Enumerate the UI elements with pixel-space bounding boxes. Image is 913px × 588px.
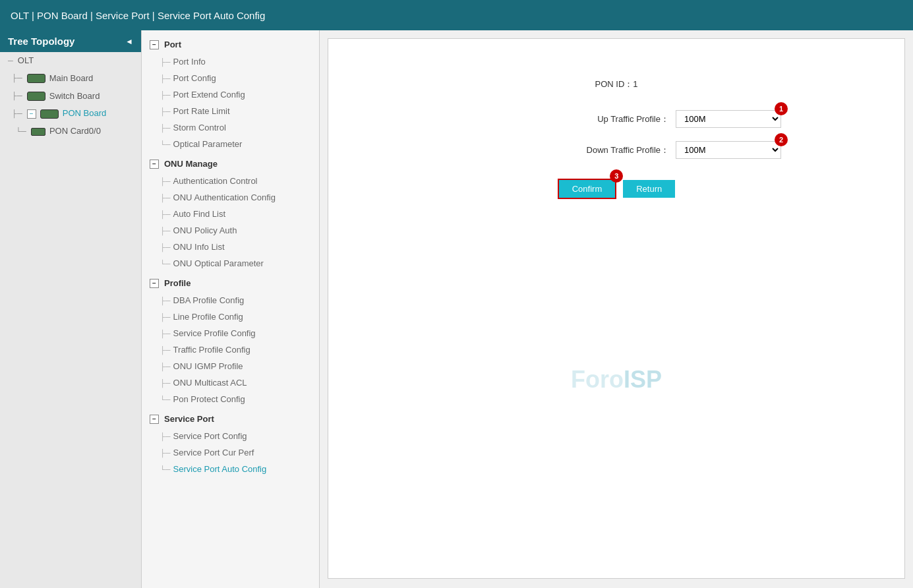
- confirm-button[interactable]: Confirm: [558, 179, 617, 199]
- pon-board-icon: [40, 109, 59, 119]
- content-panel: ForoISP PON ID：1 Up Traffic Profile： 100…: [328, 38, 905, 579]
- pon-id-row: PON ID：1: [452, 78, 781, 90]
- sidebar-title: Tree Topology ◄: [0, 30, 141, 52]
- menu-item-onu-policy-auth[interactable]: ├─ ONU Policy Auth: [142, 222, 319, 239]
- tree-label-pon-board: PON Board: [63, 107, 106, 121]
- service-port-expand-icon[interactable]: −: [150, 415, 159, 424]
- up-traffic-label: Up Traffic Profile：: [597, 113, 669, 125]
- form-section: PON ID：1 Up Traffic Profile： 100M 200M 5…: [341, 78, 891, 199]
- watermark: ForoISP: [571, 366, 662, 394]
- menu-item-onu-optical-parameter[interactable]: └─ ONU Optical Parameter: [142, 255, 319, 272]
- onu-manage-expand-icon[interactable]: −: [150, 160, 159, 169]
- middle-panel: − Port ├─ Port Info ├─ Port Config ├─ Po…: [142, 30, 320, 588]
- menu-item-service-profile[interactable]: ├─ Service Profile Config: [142, 325, 319, 341]
- section-port: − Port ├─ Port Info ├─ Port Config ├─ Po…: [142, 36, 319, 152]
- section-profile-label: Profile: [164, 278, 191, 288]
- menu-item-dba-profile[interactable]: ├─ DBA Profile Config: [142, 292, 319, 309]
- sidebar-title-label: Tree Topology: [8, 36, 74, 47]
- profile-expand-icon[interactable]: −: [150, 279, 159, 288]
- menu-item-service-port-auto-config[interactable]: └─ Service Port Auto Config: [142, 461, 319, 477]
- switch-board-icon: [27, 92, 45, 101]
- badge-2: 2: [775, 133, 788, 146]
- down-traffic-row: Down Traffic Profile： 100M 200M 500M 1G …: [452, 141, 781, 159]
- section-service-port: − Service Port ├─ Service Port Config ├─…: [142, 410, 319, 477]
- menu-item-traffic-profile[interactable]: ├─ Traffic Profile Config: [142, 341, 319, 358]
- menu-item-port-extend-config[interactable]: ├─ Port Extend Config: [142, 86, 319, 103]
- badge-1: 1: [775, 102, 788, 115]
- section-profile-header[interactable]: − Profile: [142, 274, 319, 292]
- tree-label-switch-board: Switch Board: [49, 90, 100, 103]
- menu-item-auto-find-list[interactable]: ├─ Auto Find List: [142, 206, 319, 222]
- menu-item-port-config[interactable]: ├─ Port Config: [142, 70, 319, 86]
- menu-item-onu-auth-config[interactable]: ├─ ONU Authentication Config: [142, 189, 319, 206]
- down-traffic-label: Down Traffic Profile：: [587, 144, 669, 156]
- menu-item-onu-multicast-acl[interactable]: ├─ ONU Multicast ACL: [142, 374, 319, 391]
- tree-item-pon-board[interactable]: ├─ − PON Board: [0, 105, 141, 123]
- menu-item-storm-control[interactable]: ├─ Storm Control: [142, 119, 319, 136]
- tree-item-olt[interactable]: ─ OLT: [0, 52, 141, 70]
- badge-3: 3: [610, 169, 623, 183]
- menu-item-port-info[interactable]: ├─ Port Info: [142, 53, 319, 70]
- menu-item-optical-parameter[interactable]: └─ Optical Parameter: [142, 136, 319, 152]
- port-expand-icon[interactable]: −: [150, 40, 159, 49]
- tree-item-switch-board[interactable]: ├─ Switch Board: [0, 88, 141, 105]
- tree-label-pon-card: PON Card0/0: [49, 125, 101, 138]
- tree-item-pon-card[interactable]: └─ PON Card0/0: [0, 123, 141, 140]
- section-service-port-label: Service Port: [164, 414, 214, 424]
- sidebar: Tree Topology ◄ ─ OLT ├─ Main Board ├─ S…: [0, 30, 142, 588]
- down-traffic-select[interactable]: 100M 200M 500M 1G: [676, 141, 781, 159]
- section-onu-manage-header[interactable]: − ONU Manage: [142, 155, 319, 173]
- menu-item-service-port-config[interactable]: ├─ Service Port Config: [142, 428, 319, 444]
- menu-item-onu-info-list[interactable]: ├─ ONU Info List: [142, 239, 319, 255]
- menu-item-port-rate-limit[interactable]: ├─ Port Rate Limit: [142, 103, 319, 119]
- up-traffic-select-wrapper: 100M 200M 500M 1G 1: [676, 110, 781, 128]
- menu-item-onu-igmp-profile[interactable]: ├─ ONU IGMP Profile: [142, 358, 319, 374]
- up-traffic-select[interactable]: 100M 200M 500M 1G: [676, 110, 781, 128]
- menu-item-pon-protect-config[interactable]: └─ Pon Protect Config: [142, 391, 319, 407]
- menu-item-line-profile[interactable]: ├─ Line Profile Config: [142, 309, 319, 325]
- section-profile: − Profile ├─ DBA Profile Config ├─ Line …: [142, 274, 319, 407]
- collapse-arrow-icon[interactable]: ◄: [125, 37, 133, 46]
- btn-row: Confirm 3 Return: [558, 179, 676, 199]
- section-onu-manage-label: ONU Manage: [164, 159, 218, 169]
- section-service-port-header[interactable]: − Service Port: [142, 410, 319, 428]
- section-onu-manage: − ONU Manage ├─ Authentication Control ├…: [142, 155, 319, 272]
- main-board-icon: [27, 74, 45, 83]
- tree-label-olt: OLT: [18, 54, 34, 68]
- pon-card-icon: [31, 128, 45, 136]
- tree-label-main-board: Main Board: [49, 72, 93, 86]
- section-port-label: Port: [164, 40, 181, 49]
- header: OLT | PON Board | Service Port | Service…: [0, 0, 913, 30]
- pon-board-expand[interactable]: −: [27, 109, 36, 119]
- tree-item-main-board[interactable]: ├─ Main Board: [0, 70, 141, 88]
- section-port-header[interactable]: − Port: [142, 36, 319, 53]
- menu-item-auth-control[interactable]: ├─ Authentication Control: [142, 173, 319, 189]
- down-traffic-select-wrapper: 100M 200M 500M 1G 2: [676, 141, 781, 159]
- content-area: ForoISP PON ID：1 Up Traffic Profile： 100…: [320, 30, 913, 588]
- up-traffic-row: Up Traffic Profile： 100M 200M 500M 1G 1: [452, 110, 781, 128]
- pon-id-text: PON ID：1: [595, 78, 637, 90]
- breadcrumb: OLT | PON Board | Service Port | Service…: [11, 10, 265, 21]
- return-button[interactable]: Return: [623, 180, 675, 198]
- menu-item-service-port-cur-perf[interactable]: ├─ Service Port Cur Perf: [142, 444, 319, 461]
